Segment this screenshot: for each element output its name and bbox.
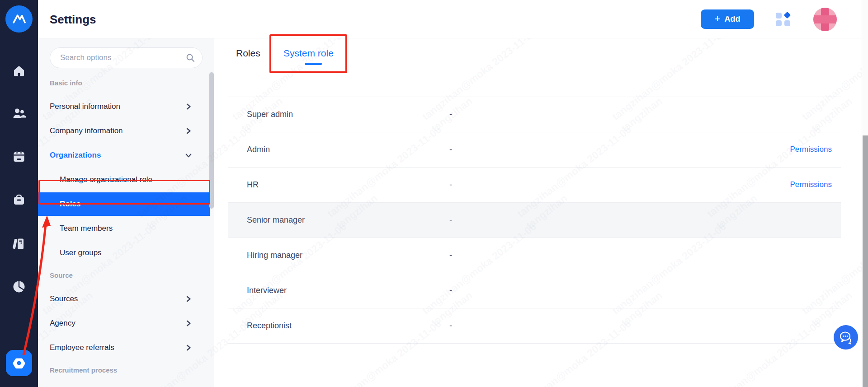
sidebar-item-manage-organizational-role[interactable]: Manage organizational role xyxy=(38,169,210,191)
page-header: Settings + Add xyxy=(38,0,868,38)
chevron-down-icon xyxy=(185,152,192,159)
role-name: Admin xyxy=(247,145,270,154)
chevron-right-icon xyxy=(185,296,192,302)
sidebar-item-personal-information[interactable]: Personal information xyxy=(38,96,210,117)
search-input[interactable] xyxy=(60,48,182,68)
role-name: Hiring manager xyxy=(247,251,302,260)
rail-settings-button[interactable] xyxy=(6,350,32,376)
role-value: - xyxy=(449,145,452,154)
search-box xyxy=(50,47,203,68)
page-scrollbar-thumb[interactable] xyxy=(863,135,868,387)
tab-roles[interactable]: Roles xyxy=(236,48,260,59)
briefcase-icon[interactable] xyxy=(12,193,26,207)
sidebar-item-organizations[interactable]: Organizations xyxy=(38,145,210,166)
settings-sidebar: Basic info Personal information Company … xyxy=(38,38,214,387)
active-tab-underline xyxy=(305,63,322,65)
role-value: - xyxy=(449,321,452,331)
roles-table: Super admin - Admin - Permissions HR - P… xyxy=(228,97,841,344)
sidebar-scrollbar[interactable] xyxy=(209,72,214,209)
chevron-right-icon xyxy=(185,320,192,326)
add-button[interactable]: + Add xyxy=(701,9,754,29)
mountain-logo-icon xyxy=(9,9,28,28)
role-name: Senior manager xyxy=(247,215,305,225)
sidebar-item-team-members[interactable]: Team members xyxy=(38,218,210,239)
sidebar-item-agency[interactable]: Agency xyxy=(38,312,210,334)
role-name: Interviewer xyxy=(247,286,287,295)
app-rail xyxy=(0,0,38,387)
add-button-label: Add xyxy=(724,14,740,24)
settings-nut-icon xyxy=(12,356,26,370)
table-row: Receptionist - xyxy=(228,308,841,344)
sidebar-item-company-information[interactable]: Company information xyxy=(38,120,210,142)
tab-divider xyxy=(228,67,841,67)
page-scrollbar-track xyxy=(862,0,868,387)
role-value: - xyxy=(449,215,452,225)
library-icon[interactable] xyxy=(12,237,26,250)
role-value: - xyxy=(449,286,452,295)
table-row: Interviewer - xyxy=(228,273,841,308)
section-recruitment-process: Recruitment process xyxy=(50,366,117,375)
calendar-icon[interactable] xyxy=(12,150,26,163)
section-basic-info: Basic info xyxy=(50,79,82,88)
table-row: Senior manager - xyxy=(228,203,841,238)
chevron-right-icon xyxy=(185,128,192,134)
tab-system-role[interactable]: System role xyxy=(283,48,334,59)
home-icon[interactable] xyxy=(12,64,26,78)
role-name: Super admin xyxy=(247,110,293,119)
permissions-link[interactable]: Permissions xyxy=(790,145,832,154)
chevron-right-icon xyxy=(185,345,192,351)
table-row: HR - Permissions xyxy=(228,168,841,203)
role-value: - xyxy=(449,110,452,119)
sidebar-item-sources[interactable]: Sources xyxy=(38,288,210,310)
plus-icon: + xyxy=(715,14,721,24)
chat-bubble-icon xyxy=(838,330,854,345)
search-icon xyxy=(186,53,195,62)
role-name: Receptionist xyxy=(247,321,292,331)
moka-logo[interactable] xyxy=(5,5,33,33)
chat-support-button[interactable] xyxy=(834,325,858,350)
pie-chart-icon[interactable] xyxy=(12,280,26,294)
table-row: Super admin - xyxy=(228,97,841,132)
table-row: Admin - Permissions xyxy=(228,132,841,168)
role-value: - xyxy=(449,251,452,260)
role-value: - xyxy=(449,180,452,190)
main-content: Roles System role Super admin - Admin - … xyxy=(214,38,862,387)
user-avatar[interactable] xyxy=(813,8,837,31)
sidebar-item-employee-referrals[interactable]: Employee referrals xyxy=(38,337,210,359)
app-window: tangzihan@moka 2023-11-06tangzihantangzi… xyxy=(0,0,868,387)
page-title: Settings xyxy=(50,13,96,27)
section-source: Source xyxy=(50,271,73,280)
sidebar-item-roles[interactable]: Roles xyxy=(38,192,210,216)
apps-grid-icon[interactable] xyxy=(776,12,791,26)
sidebar-item-user-groups[interactable]: User groups xyxy=(38,242,210,264)
chevron-right-icon xyxy=(185,103,192,110)
people-icon[interactable] xyxy=(12,107,26,120)
permissions-link[interactable]: Permissions xyxy=(790,180,832,189)
table-row: Hiring manager - xyxy=(228,238,841,273)
role-name: HR xyxy=(247,180,259,190)
